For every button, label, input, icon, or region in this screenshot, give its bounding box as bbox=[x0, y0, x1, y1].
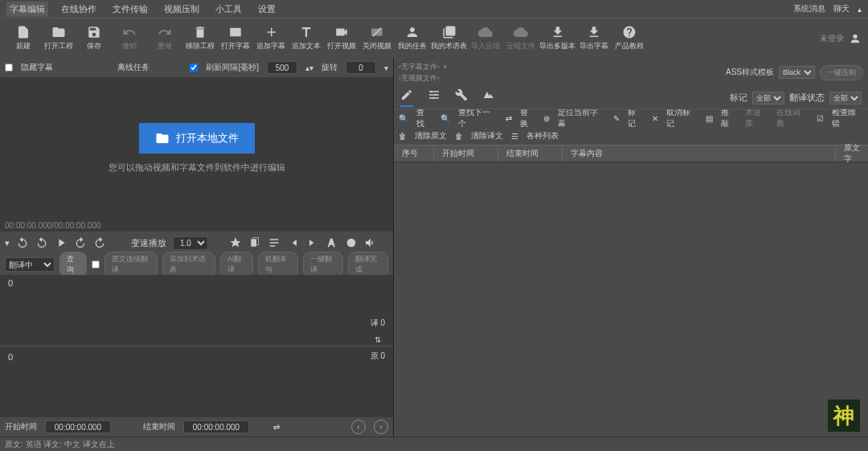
unmark-action[interactable]: 取消标记 bbox=[666, 109, 698, 127]
tutorial-button[interactable]: 产品教程 bbox=[612, 21, 646, 56]
prev-line-button[interactable]: ‹ bbox=[351, 420, 366, 434]
col-end[interactable]: 结束时间 bbox=[498, 146, 563, 162]
various-lists-action[interactable]: 各种列表 bbox=[526, 130, 559, 141]
trans-status-select[interactable]: 全部 bbox=[829, 92, 862, 105]
append-subtitle-button[interactable]: 追加字幕 bbox=[254, 21, 288, 56]
translate-status-select[interactable]: 翻译中 bbox=[5, 257, 55, 272]
expand-icon[interactable]: ▴ bbox=[858, 5, 862, 14]
tab-file-transfer[interactable]: 文件传输 bbox=[109, 2, 151, 17]
video-drop-area[interactable]: 打开本地文件 您可以拖动视频和字幕文件到软件中进行编辑 bbox=[0, 77, 393, 219]
clear-orig-action[interactable]: 清除原文 bbox=[415, 130, 447, 141]
mark-icon[interactable]: ✎ bbox=[613, 114, 620, 123]
effects-mode-tab[interactable] bbox=[482, 88, 495, 107]
close-video-button[interactable]: 关闭视频 bbox=[360, 21, 394, 56]
loop-icon[interactable]: ⇄ bbox=[273, 423, 280, 432]
open-subtitle-button[interactable]: 打开字幕 bbox=[219, 21, 252, 56]
undo-button[interactable]: 撤销 bbox=[113, 21, 146, 56]
unmark-icon[interactable]: ✕ bbox=[652, 114, 658, 123]
ass-style-select[interactable]: Black bbox=[779, 66, 815, 79]
open-project-button[interactable]: 打开工程 bbox=[42, 21, 76, 56]
open-video-button[interactable]: 打开视频 bbox=[325, 21, 358, 56]
find-next-action[interactable]: 查找下一个 bbox=[458, 109, 497, 127]
tab-settings[interactable]: 设置 bbox=[255, 2, 279, 17]
video-file-tab[interactable]: ‹无视频文件› bbox=[399, 73, 447, 84]
replace-action[interactable]: 替换 bbox=[520, 109, 536, 127]
tab-online-collab[interactable]: 在线协作 bbox=[58, 2, 100, 17]
rotate-input[interactable] bbox=[346, 61, 376, 74]
dict-action[interactable]: 在线词典 bbox=[776, 109, 808, 127]
lists-icon[interactable]: ☰ bbox=[511, 132, 518, 141]
my-tasks-button[interactable]: 我的任务 bbox=[395, 21, 429, 56]
col-start[interactable]: 开始时间 bbox=[434, 146, 498, 162]
edit-mode-tab[interactable] bbox=[400, 88, 413, 107]
pill-continuous[interactable]: 原文连续翻译 bbox=[104, 252, 158, 277]
forward-icon[interactable] bbox=[74, 236, 87, 249]
next-line-button[interactable]: › bbox=[374, 420, 388, 434]
clear1-icon[interactable]: 🗑 bbox=[399, 132, 407, 141]
rotate-dropdown-icon[interactable]: ▾ bbox=[384, 64, 388, 72]
color-icon[interactable] bbox=[345, 236, 358, 249]
query-button[interactable]: 查询 bbox=[59, 252, 87, 277]
find-action[interactable]: 查找 bbox=[416, 109, 432, 127]
mark-action[interactable]: 标记 bbox=[628, 109, 644, 127]
refresh-input[interactable] bbox=[267, 61, 297, 74]
check-icon[interactable]: ☑ bbox=[817, 114, 824, 123]
hide-subtitle-checkbox[interactable] bbox=[5, 64, 13, 72]
pill-machine-trans[interactable]: 机翻本句 bbox=[258, 252, 298, 277]
search-icon[interactable]: 🔍 bbox=[399, 114, 408, 123]
subtitle-file-tab[interactable]: ‹无字幕文件›× bbox=[399, 62, 447, 72]
remove-project-button[interactable]: 移除工程 bbox=[183, 21, 217, 56]
swap-icon[interactable]: ⇅ bbox=[375, 335, 381, 344]
adjust-mode-tab[interactable] bbox=[428, 88, 440, 107]
compress-button[interactable]: 一键压制 bbox=[820, 65, 863, 80]
col-index[interactable]: 序号 bbox=[394, 146, 434, 162]
glossary-action[interactable]: 术语库 bbox=[745, 109, 768, 127]
start-time-input[interactable] bbox=[45, 420, 111, 433]
pill-trans-done[interactable]: 翻译完成 bbox=[348, 252, 388, 277]
next-icon[interactable]: 🔍 bbox=[440, 114, 450, 123]
end-time-input[interactable] bbox=[183, 420, 249, 433]
font-icon[interactable] bbox=[326, 236, 338, 249]
play-icon[interactable] bbox=[55, 236, 68, 249]
ponder-icon[interactable]: ▤ bbox=[706, 114, 713, 123]
volume-icon[interactable] bbox=[364, 236, 377, 249]
clear2-icon[interactable]: 🗑 bbox=[455, 132, 463, 141]
col-orig[interactable]: 原文字 bbox=[836, 146, 868, 162]
prev-mark-icon[interactable] bbox=[287, 236, 300, 249]
close-icon[interactable]: × bbox=[443, 63, 447, 71]
append-text-button[interactable]: 追加文本 bbox=[289, 21, 323, 56]
collapse-icon[interactable]: ▾ bbox=[5, 238, 10, 248]
user-icon[interactable] bbox=[849, 32, 862, 45]
login-status[interactable]: 未登录 bbox=[820, 33, 844, 44]
waveform-area[interactable]: 0 0 译 0 ⇅ 原 0 bbox=[0, 275, 393, 417]
pill-add-glossary[interactable]: 添加到术语表 bbox=[162, 252, 215, 277]
cloud-file-button[interactable]: 云端文件 bbox=[504, 21, 538, 56]
refresh-checkbox[interactable] bbox=[190, 64, 198, 72]
col-content[interactable]: 字幕内容 bbox=[563, 146, 836, 162]
continuous-trans-checkbox[interactable] bbox=[92, 260, 100, 269]
skip-forward-icon[interactable] bbox=[93, 236, 106, 249]
locate-icon[interactable]: ⊕ bbox=[543, 114, 550, 123]
tab-tools[interactable]: 小工具 bbox=[212, 2, 245, 17]
redo-button[interactable]: 重做 bbox=[148, 21, 182, 56]
skip-back-icon[interactable] bbox=[16, 236, 29, 249]
export-subtitle-button[interactable]: 导出字幕 bbox=[577, 21, 611, 56]
system-message[interactable]: 系统消息 bbox=[793, 3, 825, 14]
open-local-file-button[interactable]: 打开本地文件 bbox=[139, 123, 255, 154]
clear-trans-action[interactable]: 清除译文 bbox=[471, 130, 503, 141]
save-button[interactable]: 保存 bbox=[77, 21, 111, 56]
ponder-action[interactable]: 推敲 bbox=[721, 109, 737, 127]
replace-icon[interactable]: ⇄ bbox=[506, 114, 512, 123]
new-button[interactable]: 新建 bbox=[6, 21, 40, 56]
offline-task-label[interactable]: 离线任务 bbox=[117, 62, 149, 73]
speed-select[interactable]: 1.0 bbox=[173, 236, 208, 250]
next-mark-icon[interactable] bbox=[306, 236, 319, 249]
copy-icon[interactable] bbox=[248, 236, 261, 249]
export-multi-button[interactable]: 导出多版本 bbox=[539, 21, 575, 56]
paragraph-icon[interactable] bbox=[268, 236, 280, 249]
my-glossary-button[interactable]: 我的术语表 bbox=[431, 21, 467, 56]
tag-filter-select[interactable]: 全部 bbox=[752, 92, 784, 105]
import-cloud-button[interactable]: 导入云端 bbox=[469, 21, 502, 56]
pill-onekey-trans[interactable]: 一键翻译 bbox=[303, 252, 343, 277]
rewind-icon[interactable] bbox=[35, 236, 48, 249]
